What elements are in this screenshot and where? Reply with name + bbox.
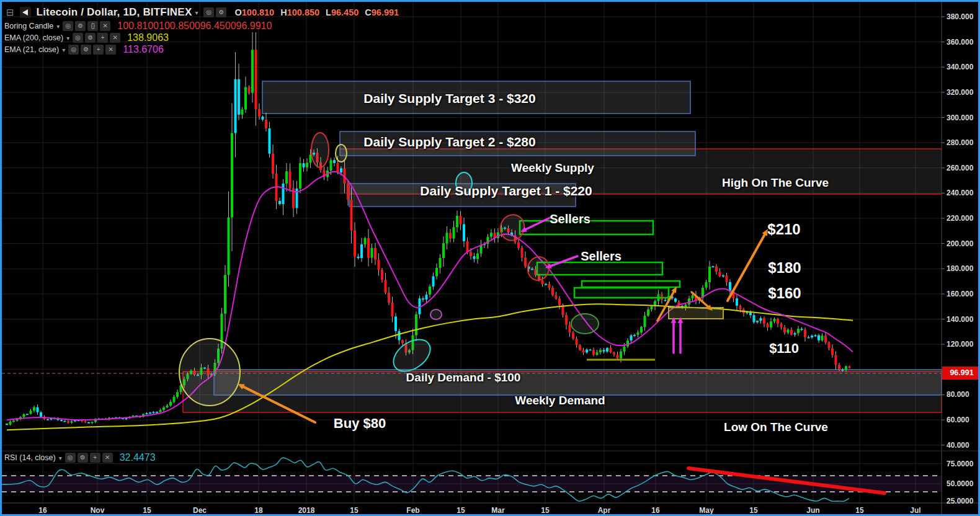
- annotation-weekly-supply[interactable]: Weekly Supply: [511, 161, 594, 175]
- candle-body: [6, 424, 8, 425]
- green-supply-box[interactable]: [574, 288, 669, 298]
- price-axis-label: 240.000: [947, 189, 973, 197]
- indicator-value: 96.4500: [200, 20, 236, 32]
- chevron-down-icon[interactable]: ▾: [66, 35, 69, 42]
- candle-body: [269, 128, 271, 154]
- eye-icon[interactable]: ◎: [73, 33, 83, 43]
- add-icon[interactable]: +: [93, 45, 104, 55]
- candle-body: [814, 336, 817, 337]
- time-axis-label: 16: [38, 506, 47, 515]
- add-icon[interactable]: +: [90, 453, 100, 463]
- time-axis-label: Jul: [910, 506, 920, 515]
- indicator-name[interactable]: EMA (200, close): [4, 33, 63, 42]
- candle-body: [589, 350, 592, 351]
- indicator-name[interactable]: Boring Candle: [4, 22, 53, 30]
- chevron-down-icon[interactable]: ▾: [62, 47, 65, 53]
- sellers-circle-1[interactable]: [497, 211, 528, 244]
- annotation-daily-demand[interactable]: Daily Demand - $100: [406, 371, 521, 385]
- close-icon[interactable]: ✕: [102, 453, 113, 463]
- annotation-daily-supply-target-1[interactable]: Daily Supply Target 1 - $220: [420, 184, 592, 198]
- candle-body: [381, 270, 383, 280]
- time-axis-label: 2018: [298, 506, 315, 515]
- gear-icon[interactable]: ⚙: [78, 453, 88, 463]
- base-circle-green[interactable]: [571, 314, 599, 334]
- annotation-price-target-180[interactable]: $180: [768, 259, 801, 277]
- annotation-high-on-the-curve[interactable]: High On The Curve: [722, 176, 829, 190]
- indicator-row-rsi: RSI (14, close)▾◎⚙+✕32.4473: [4, 452, 156, 463]
- candle-body: [470, 252, 472, 256]
- candle-body: [756, 321, 759, 322]
- candle-body: [760, 318, 762, 321]
- candle-body: [23, 414, 25, 417]
- khaki-consolidation-box[interactable]: [669, 308, 723, 319]
- candle-body: [617, 355, 619, 358]
- close-icon[interactable]: ✕: [100, 21, 110, 31]
- candle-body: [712, 266, 715, 267]
- close-icon[interactable]: ✕: [105, 45, 116, 55]
- eye-icon[interactable]: ◎: [68, 45, 79, 55]
- annotation-sellers-2[interactable]: Sellers: [581, 249, 621, 264]
- annotation-buy-80[interactable]: Buy $80: [334, 416, 386, 432]
- candle-body: [306, 162, 308, 167]
- candle-body: [476, 254, 479, 259]
- candle-body: [576, 339, 578, 345]
- candle-body: [592, 350, 595, 355]
- sellers-circle-2[interactable]: [525, 254, 552, 283]
- candle-body: [777, 319, 779, 324]
- buy-zone-circle[interactable]: [179, 339, 240, 406]
- chevron-down-icon[interactable]: ▾: [195, 9, 198, 16]
- time-axis-label: Apr: [598, 506, 611, 515]
- eye-icon[interactable]: ◎: [65, 453, 76, 463]
- indicator-name[interactable]: EMA (21, close): [4, 45, 59, 54]
- annotation-price-level-110[interactable]: $110: [769, 340, 799, 357]
- annotation-sellers-1[interactable]: Sellers: [550, 212, 590, 226]
- gear-icon[interactable]: ⚙: [216, 7, 226, 17]
- candle-body: [26, 414, 29, 415]
- eye-icon[interactable]: ◎: [203, 7, 214, 17]
- annotation-weekly-demand[interactable]: Weekly Demand: [515, 394, 605, 407]
- candle-body: [651, 306, 653, 309]
- annotation-daily-supply-target-2[interactable]: Daily Supply Target 2 - $280: [363, 135, 535, 149]
- time-axis-label: 15: [457, 506, 465, 515]
- symbol-title[interactable]: Litecoin / Dollar, 1D, BITFINEX: [37, 6, 192, 19]
- chart-canvas[interactable]: [2, 2, 980, 516]
- target-210-arrow[interactable]: [728, 234, 765, 301]
- chevron-down-icon[interactable]: ▾: [56, 23, 60, 30]
- annotation-daily-supply-target-3[interactable]: Daily Supply Target 3 - $320: [363, 91, 535, 106]
- annotation-price-target-210[interactable]: $210: [767, 221, 800, 238]
- eye-icon[interactable]: ◎: [63, 21, 73, 31]
- time-axis-label: 15: [350, 506, 358, 515]
- small-purple-circle[interactable]: [430, 309, 442, 319]
- candle-body: [610, 348, 612, 352]
- indicator-values: 113.6706: [123, 44, 164, 55]
- gear-icon[interactable]: ⚙: [81, 45, 91, 55]
- candle-body: [364, 238, 367, 244]
- collapse-panel-icon[interactable]: ⊟: [6, 7, 14, 18]
- candle-body: [285, 171, 288, 184]
- candle-body: [432, 276, 435, 286]
- candle-body: [350, 200, 353, 231]
- green-supply-box[interactable]: [582, 281, 680, 287]
- candle-body: [272, 154, 274, 174]
- gear-icon[interactable]: ⚙: [85, 33, 96, 43]
- annotation-low-on-the-curve[interactable]: Low On The Curve: [724, 420, 828, 434]
- source-icon[interactable]: {}: [87, 21, 98, 31]
- candle-body: [626, 340, 629, 347]
- candle-body: [371, 248, 373, 258]
- close-icon[interactable]: ✕: [110, 33, 120, 43]
- gear-icon[interactable]: ⚙: [75, 21, 86, 31]
- supply-retest-circle-red[interactable]: [311, 133, 329, 167]
- annotation-price-target-160[interactable]: $160: [768, 285, 801, 302]
- candle-body: [234, 79, 237, 133]
- add-icon[interactable]: +: [97, 33, 108, 43]
- ohlc-l: L96.450: [326, 7, 359, 17]
- chevron-down-icon[interactable]: ▾: [59, 455, 62, 461]
- candle-body: [794, 333, 796, 334]
- candle-body: [599, 350, 602, 352]
- price-axis-label: 380.000: [947, 12, 973, 21]
- price-axis-label: 220.000: [947, 214, 973, 223]
- supply-retest-circle-yellow[interactable]: [336, 145, 347, 162]
- indicator-name[interactable]: RSI (14, close): [4, 453, 56, 462]
- ohlc-value: 96.991: [372, 7, 399, 17]
- candle-body: [640, 327, 643, 332]
